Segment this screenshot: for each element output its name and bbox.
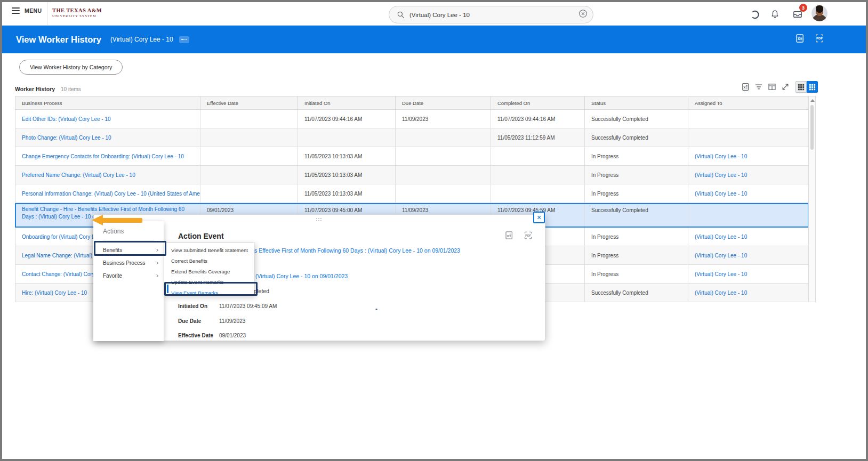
view-toggle <box>795 81 818 93</box>
table-item-count: 10 items <box>61 86 81 92</box>
cell-status: In Progress <box>585 166 688 184</box>
submenu-item-view-submitted-benefit-statement[interactable]: View Submitted Benefit Statement <box>164 245 254 255</box>
column-header[interactable]: Status <box>585 96 688 109</box>
initiated-on-label: Initiated On <box>178 303 207 309</box>
cell-due-date <box>396 166 491 184</box>
menu-item-favorite[interactable]: Favorite› <box>93 269 164 282</box>
cell-effective-date <box>200 147 298 165</box>
column-settings-icon[interactable] <box>768 83 776 91</box>
svg-text:x: x <box>743 85 746 90</box>
global-search[interactable] <box>389 6 593 23</box>
column-header[interactable]: Assigned To <box>688 96 809 109</box>
global-menu-button[interactable]: MENU <box>12 7 42 14</box>
cell-completed-on <box>491 166 585 184</box>
assigned-to-link[interactable]: (Virtual) Cory Lee - 10 <box>688 184 809 203</box>
assigned-to-link[interactable]: (Virtual) Cory Lee - 10 <box>688 246 809 264</box>
business-process-link[interactable]: Preferred Name Change: (Virtual) Cory Le… <box>15 166 200 184</box>
column-header[interactable]: Effective Date <box>200 96 298 109</box>
table-toolbar: x <box>741 81 818 93</box>
notifications-bell-icon[interactable] <box>770 10 779 21</box>
top-bar: MENU THE TEXAS A&M UNIVERSITY SYSTEM 3 <box>0 0 868 26</box>
close-icon[interactable]: ✕ <box>533 212 545 223</box>
dash-mark: - <box>375 305 377 313</box>
cell-status: In Progress <box>585 184 688 203</box>
column-header[interactable]: Initiated On <box>298 96 396 109</box>
export-excel-icon[interactable]: x <box>504 231 513 242</box>
annotation-box-view-event-remarks <box>164 282 258 296</box>
related-actions-icon[interactable] <box>179 36 189 43</box>
svg-text:x: x <box>798 36 800 41</box>
column-header[interactable]: Due Date <box>396 96 491 109</box>
annotation-box-benefits <box>94 241 166 256</box>
cell-effective-date <box>200 184 298 203</box>
menu-divider <box>103 240 154 240</box>
cell-due-date <box>396 184 491 203</box>
export-pdf-icon[interactable]: PDF <box>524 231 533 242</box>
annotation-arrow-tail <box>101 218 142 223</box>
column-header[interactable]: Completed On <box>491 96 585 109</box>
logo-line2: UNIVERSITY SYSTEM <box>52 14 102 18</box>
cell-completed-on: 11/07/2023 09:44:16 AM <box>491 110 585 128</box>
loading-spinner-icon <box>750 10 759 21</box>
table-scrollbar[interactable] <box>808 96 816 302</box>
cell-assigned-to <box>688 128 809 147</box>
org-logo[interactable]: THE TEXAS A&M UNIVERSITY SYSTEM <box>52 7 102 18</box>
drag-handle-icon[interactable] <box>316 218 323 222</box>
business-process-link[interactable]: Change Emergency Contacts for Onboarding… <box>15 147 200 165</box>
cell-effective-date <box>200 128 298 147</box>
search-icon <box>397 11 405 19</box>
page-title: View Worker History <box>16 35 101 45</box>
assigned-to-link[interactable]: (Virtual) Cory Lee - 10 <box>688 265 809 283</box>
cell-status: Successfully Completed <box>585 128 688 147</box>
assigned-to-link[interactable]: (Virtual) Cory Lee - 10 <box>688 147 809 165</box>
effective-date-value: 09/01/2023 <box>219 333 246 338</box>
profile-avatar[interactable] <box>811 5 827 21</box>
scrollbar-thumb[interactable] <box>810 105 814 150</box>
due-date-value: 11/09/2023 <box>219 318 245 324</box>
assigned-to-link[interactable]: (Virtual) Cory Lee - 10 <box>688 166 809 184</box>
cell-completed-on <box>491 184 585 203</box>
search-input[interactable] <box>409 12 578 18</box>
table-row: Edit Other IDs: (Virtual) Cory Lee - 10 … <box>15 110 809 128</box>
menu-item-business-process[interactable]: Business Process› <box>93 256 164 269</box>
search-clear-icon[interactable] <box>578 9 588 20</box>
export-excel-icon[interactable]: x <box>795 34 805 45</box>
grid-view-icon[interactable] <box>795 81 807 93</box>
submenu-item-extend-benefits-coverage[interactable]: Extend Benefits Coverage <box>164 266 254 277</box>
initiated-on-value: 11/07/2023 09:45:09 AM <box>219 303 277 309</box>
cell-initiated-on <box>298 128 396 147</box>
expand-icon[interactable] <box>781 83 790 91</box>
assigned-to-link[interactable]: (Virtual) Cory Lee - 10 <box>688 284 809 302</box>
submenu-item-correct-benefits[interactable]: Correct Benefits <box>164 255 254 266</box>
cell-completed-on <box>491 147 585 165</box>
table-row: Change Emergency Contacts for Onboarding… <box>15 147 809 166</box>
scroll-up-icon[interactable] <box>810 99 815 102</box>
chevron-right-icon: › <box>156 271 158 279</box>
filter-icon[interactable] <box>754 83 763 91</box>
cell-effective-date <box>200 166 298 184</box>
expanded-grid-view-icon[interactable] <box>807 81 818 93</box>
export-excel-icon[interactable]: x <box>741 83 750 91</box>
actions-menu-title: Actions <box>93 221 164 235</box>
inbox-badge: 3 <box>799 4 807 12</box>
cell-status: Successfully Completed <box>585 203 688 227</box>
cell-due-date <box>396 128 491 147</box>
event-related-link[interactable]: (Virtual) Cory Lee - 10 on 09/01/2023 <box>255 273 348 279</box>
page-header-bar: View Worker History (Virtual) Cory Lee -… <box>0 26 868 53</box>
view-history-by-category-button[interactable]: View Worker History by Category <box>19 60 123 75</box>
business-process-link[interactable]: Edit Other IDs: (Virtual) Cory Lee - 10 <box>15 110 200 128</box>
logo-line1: THE TEXAS A&M <box>52 7 102 13</box>
menu-item-label: Business Process <box>103 260 145 266</box>
actions-menu: Actions Benefits› Business Process› Favo… <box>93 221 164 341</box>
svg-text:PDF: PDF <box>525 234 532 237</box>
inbox-icon[interactable]: 3 <box>792 10 803 21</box>
business-process-link[interactable]: Personal Information Change: (Virtual) C… <box>15 184 200 203</box>
export-pdf-icon[interactable]: PDF <box>815 34 824 45</box>
table-caption: Worker History 10 items <box>15 86 81 92</box>
cell-completed-on: 11/05/2023 11:12:59 AM <box>491 128 585 147</box>
business-process-link[interactable]: Photo Change: (Virtual) Cory Lee - 10 <box>15 128 200 147</box>
cell-status: In Progress <box>585 246 688 264</box>
assigned-to-link[interactable]: (Virtual) Cory Lee - 10 <box>688 228 809 246</box>
topbar-divider <box>47 0 47 26</box>
column-header[interactable]: Business Process <box>15 96 200 109</box>
